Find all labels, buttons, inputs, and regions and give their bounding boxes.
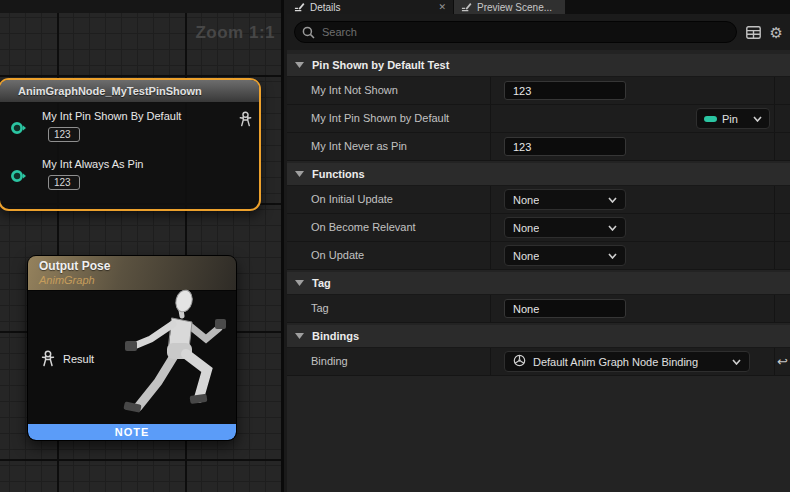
chevron-down-icon — [295, 171, 304, 177]
property-label: My Int Never as Pin — [287, 133, 491, 160]
row-extra-column — [774, 77, 790, 104]
close-tab-icon[interactable]: ✕ — [438, 3, 446, 12]
dropdown-value: None — [513, 250, 539, 262]
on-initial-update-dropdown[interactable]: None — [504, 189, 626, 210]
zoom-level-indicator: Zoom 1:1 — [195, 23, 275, 43]
property-label: On Initial Update — [287, 186, 491, 213]
binding-class-icon — [513, 354, 526, 369]
property-label: Tag — [287, 295, 491, 322]
tab-bar: Details ✕ Preview Scene... — [287, 0, 790, 14]
int-input-pin-icon[interactable] — [10, 169, 27, 187]
node-title: Output Pose — [39, 259, 236, 273]
category-title: Functions — [312, 168, 365, 180]
pin-to-graph-icon[interactable] — [238, 111, 253, 128]
dropdown-value: None — [513, 222, 539, 234]
details-panel: Details ✕ Preview Scene... ⚙ — [287, 0, 790, 492]
category-bindings[interactable]: Bindings — [287, 325, 790, 348]
property-label: My Int Pin Shown by Default — [287, 105, 491, 132]
details-toolbar: ⚙ — [287, 14, 790, 50]
pin-value-box[interactable]: 123 — [48, 127, 80, 142]
pin-value-box[interactable]: 123 — [48, 175, 80, 190]
chevron-down-icon — [295, 62, 304, 68]
on-update-dropdown[interactable]: None — [504, 245, 626, 266]
property-label: On Become Relevant — [287, 214, 491, 241]
chevron-down-icon — [724, 359, 741, 365]
on-become-relevant-dropdown[interactable]: None — [504, 217, 626, 238]
row-extra-column — [774, 214, 790, 241]
property-label: My Int Not Shown — [287, 77, 491, 104]
pin-label: My Int Pin Shown By Default — [42, 110, 181, 122]
node-subtitle: AnimGraph — [39, 274, 236, 286]
tab-label: Preview Scene... — [477, 2, 552, 13]
tab-details[interactable]: Details ✕ — [287, 0, 453, 14]
anim-graph-canvas[interactable]: Zoom 1:1 AnimGraphNode_MyTestPinShown My… — [0, 0, 284, 492]
property-row-tag: Tag — [287, 295, 790, 323]
property-row-binding: Binding Default Anim Graph Node Binding … — [287, 348, 790, 376]
pin-visibility-dropdown[interactable]: Pin — [696, 108, 770, 129]
search-box — [294, 21, 737, 43]
node-title-bar[interactable]: AnimGraphNode_MyTestPinShown — [0, 80, 259, 103]
unreal-editor-window: Zoom 1:1 AnimGraphNode_MyTestPinShown My… — [0, 0, 790, 492]
category-functions[interactable]: Functions — [287, 163, 790, 186]
chevron-down-icon — [295, 280, 304, 286]
pin-state-icon — [704, 116, 717, 122]
chevron-down-icon — [600, 197, 617, 203]
tab-label: Details — [310, 2, 341, 13]
property-row-on-initial-update: On Initial Update None — [287, 186, 790, 214]
row-extra-column — [774, 105, 790, 132]
dropdown-value: None — [513, 194, 539, 206]
chevron-down-icon — [600, 225, 617, 231]
row-extra-column — [774, 133, 790, 160]
graph-top-shade — [0, 0, 281, 13]
note-banner[interactable]: NOTE — [28, 424, 236, 440]
dropdown-value: Pin — [722, 113, 738, 125]
property-label: Binding — [287, 348, 491, 375]
chevron-down-icon — [295, 333, 304, 339]
row-extra-column: ↩ — [774, 348, 790, 375]
category-title: Bindings — [312, 330, 359, 342]
property-label: On Update — [287, 242, 491, 269]
tab-preview-scene[interactable]: Preview Scene... — [453, 0, 565, 14]
property-row-my-int-never-as-pin: My Int Never as Pin — [287, 133, 790, 161]
display-filter-table-icon[interactable] — [746, 26, 761, 39]
my-int-not-shown-input[interactable] — [504, 81, 626, 100]
property-row-on-update: On Update None — [287, 242, 790, 270]
anim-graph-node-mytestpinshown[interactable]: AnimGraphNode_MyTestPinShown My Int Pin … — [0, 78, 261, 211]
settings-gear-icon[interactable]: ⚙ — [770, 25, 783, 40]
search-input[interactable] — [294, 21, 737, 43]
reset-to-default-icon[interactable]: ↩ — [777, 355, 788, 368]
mannequin-preview-image — [102, 286, 237, 440]
property-row-my-int-not-shown: My Int Not Shown — [287, 77, 790, 105]
binding-dropdown[interactable]: Default Anim Graph Node Binding — [504, 351, 750, 372]
chevron-down-icon — [745, 116, 762, 122]
dropdown-value: Default Anim Graph Node Binding — [533, 356, 698, 368]
pin-label: My Int Always As Pin — [42, 158, 143, 170]
category-title: Pin Shown by Default Test — [312, 59, 449, 71]
int-input-pin-icon[interactable] — [10, 121, 27, 139]
search-icon — [302, 25, 315, 43]
result-pin-label: Result — [63, 353, 94, 365]
tag-input[interactable] — [504, 299, 626, 318]
property-row-on-become-relevant: On Become Relevant None — [287, 214, 790, 242]
chevron-down-icon — [600, 253, 617, 259]
category-pin-shown-by-default-test[interactable]: Pin Shown by Default Test — [287, 54, 790, 77]
node-title: AnimGraphNode_MyTestPinShown — [18, 85, 202, 97]
output-pose-node[interactable]: Output Pose AnimGraph — [27, 255, 237, 441]
property-row-my-int-pin-shown-by-default: My Int Pin Shown by Default Pin — [287, 105, 790, 133]
details-tab-icon — [294, 1, 305, 14]
row-extra-column — [774, 242, 790, 269]
preview-scene-tab-icon — [461, 1, 472, 14]
category-title: Tag — [312, 277, 331, 289]
my-int-never-as-pin-input[interactable] — [504, 137, 626, 156]
row-extra-column — [774, 186, 790, 213]
row-extra-column — [774, 295, 790, 322]
result-pose-pin-icon[interactable] — [40, 350, 56, 368]
category-tag[interactable]: Tag — [287, 272, 790, 295]
